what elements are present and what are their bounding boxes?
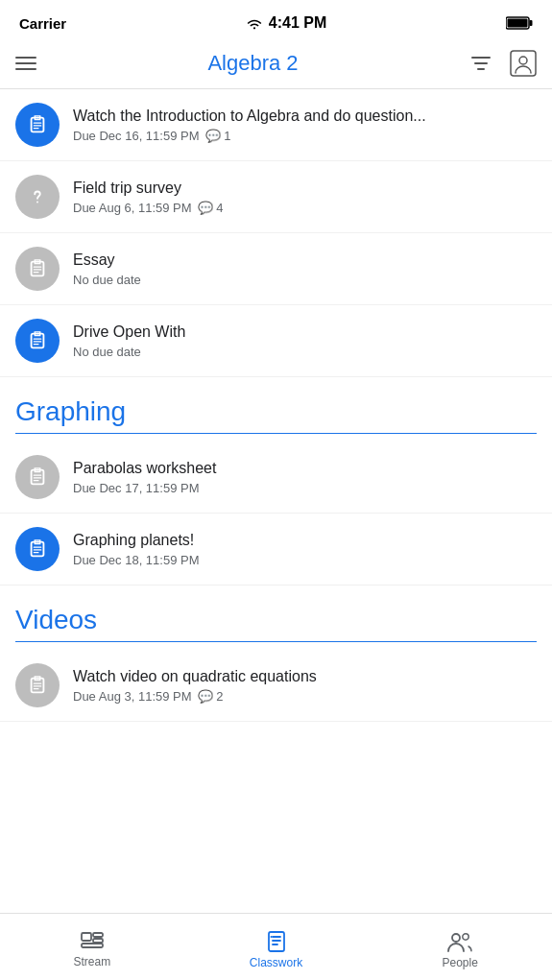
- carrier-text: Carrier: [19, 15, 66, 32]
- assignment-due-date: Due Dec 16, 11:59 PM: [73, 129, 200, 143]
- profile-icon[interactable]: [510, 50, 537, 77]
- assignment-info: Parabolas worksheetDue Dec 17, 11:59 PM: [73, 459, 537, 495]
- assignment-title: Field trip survey: [73, 179, 537, 199]
- assignment-meta: No due date: [73, 345, 537, 359]
- header: Algebra 2: [0, 42, 552, 89]
- hamburger-menu[interactable]: [15, 57, 36, 70]
- nav-item-people[interactable]: People: [368, 924, 552, 969]
- assignment-item[interactable]: Watch the Introduction to Algebra and do…: [0, 89, 552, 161]
- assignment-meta: Due Dec 18, 11:59 PM: [73, 553, 537, 567]
- svg-rect-1: [529, 20, 532, 26]
- svg-point-4: [519, 57, 527, 64]
- assignment-info: Watch video on quadratic equationsDue Au…: [73, 667, 537, 704]
- people-label: People: [442, 956, 477, 969]
- section-divider-videos: [15, 641, 537, 642]
- classwork-icon: [265, 930, 288, 953]
- assignment-icon: [15, 247, 60, 291]
- assignment-meta: Due Dec 17, 11:59 PM: [73, 481, 537, 495]
- svg-rect-3: [511, 51, 536, 76]
- section-heading-graphing: Graphing: [0, 377, 552, 442]
- sections-container: Graphing Parabolas worksheetDue Dec 17, …: [0, 377, 552, 722]
- comment-count: 💬 1: [205, 129, 231, 143]
- assignment-icon: [15, 527, 60, 571]
- assignment-icon: [15, 103, 60, 147]
- assignment-title: Parabolas worksheet: [73, 459, 537, 479]
- assignment-title: Essay: [73, 251, 537, 271]
- section-title-graphing: Graphing: [15, 396, 537, 427]
- assignment-info: Field trip surveyDue Aug 6, 11:59 PM💬 4: [73, 179, 537, 215]
- assignment-due-date: Due Dec 17, 11:59 PM: [73, 481, 200, 495]
- assignment-info: EssayNo due date: [73, 251, 537, 287]
- svg-rect-15: [82, 944, 103, 947]
- top-assignments-list: Watch the Introduction to Algebra and do…: [0, 89, 552, 377]
- page-title: Algebra 2: [207, 51, 298, 76]
- assignment-info: Graphing planets!Due Dec 18, 11:59 PM: [73, 531, 537, 567]
- section-title-videos: Videos: [15, 605, 537, 635]
- assignment-title: Watch the Introduction to Algebra and do…: [73, 107, 537, 127]
- section-heading-videos: Videos: [0, 586, 552, 650]
- assignment-due-date: Due Aug 3, 11:59 PM: [73, 689, 192, 704]
- assignment-meta: Due Dec 16, 11:59 PM💬 1: [73, 129, 537, 143]
- nav-item-classwork[interactable]: Classwork: [184, 924, 369, 969]
- nav-item-stream[interactable]: Stream: [0, 925, 184, 968]
- people-icon: [446, 930, 473, 953]
- status-bar: Carrier 4:41 PM: [0, 0, 552, 42]
- assignment-info: Drive Open WithNo due date: [73, 323, 537, 359]
- assignment-title: Drive Open With: [73, 323, 537, 343]
- wifi-icon: [246, 16, 263, 30]
- assignment-meta: No due date: [73, 273, 537, 287]
- svg-point-19: [463, 934, 468, 940]
- filter-icon[interactable]: [469, 52, 492, 75]
- assignment-item[interactable]: Watch video on quadratic equationsDue Au…: [0, 650, 552, 722]
- assignment-icon: [15, 175, 60, 219]
- assignment-item[interactable]: Graphing planets!Due Dec 18, 11:59 PM: [0, 514, 552, 586]
- assignment-due-date: Due Dec 18, 11:59 PM: [73, 553, 200, 567]
- stream-label: Stream: [73, 955, 110, 968]
- header-actions: [469, 50, 537, 77]
- svg-point-17: [270, 936, 272, 938]
- assignment-item[interactable]: Field trip surveyDue Aug 6, 11:59 PM💬 4: [0, 161, 552, 233]
- assignment-icon: [15, 455, 60, 499]
- time-text: 4:41 PM: [269, 14, 326, 32]
- assignment-meta: Due Aug 3, 11:59 PM💬 2: [73, 689, 537, 704]
- assignment-item[interactable]: Drive Open WithNo due date: [0, 305, 552, 377]
- svg-rect-2: [507, 19, 527, 28]
- content-area: Watch the Introduction to Algebra and do…: [0, 89, 552, 789]
- assignment-due-date: No due date: [73, 345, 141, 359]
- battery-icon: [506, 16, 533, 30]
- assignment-due-date: Due Aug 6, 11:59 PM: [73, 201, 192, 215]
- assignment-item[interactable]: EssayNo due date: [0, 233, 552, 305]
- svg-point-6: [36, 202, 38, 203]
- svg-rect-13: [93, 933, 103, 937]
- assignment-icon: [15, 319, 60, 363]
- comment-count: 💬 2: [198, 689, 224, 704]
- comment-count: 💬 4: [198, 201, 224, 215]
- svg-rect-16: [269, 932, 284, 951]
- assignment-icon: [15, 663, 60, 707]
- classwork-label: Classwork: [250, 956, 302, 969]
- stream-icon: [80, 931, 105, 952]
- bottom-navigation: Stream Classwork People: [0, 913, 552, 980]
- section-divider-graphing: [15, 433, 537, 434]
- assignment-meta: Due Aug 6, 11:59 PM💬 4: [73, 201, 537, 215]
- assignment-info: Watch the Introduction to Algebra and do…: [73, 107, 537, 143]
- svg-point-18: [452, 934, 460, 942]
- assignment-title: Graphing planets!: [73, 531, 537, 551]
- assignment-title: Watch video on quadratic equations: [73, 667, 537, 687]
- assignment-item[interactable]: Parabolas worksheetDue Dec 17, 11:59 PM: [0, 442, 552, 514]
- svg-rect-14: [93, 939, 103, 943]
- svg-rect-12: [82, 933, 91, 941]
- assignment-due-date: No due date: [73, 273, 141, 287]
